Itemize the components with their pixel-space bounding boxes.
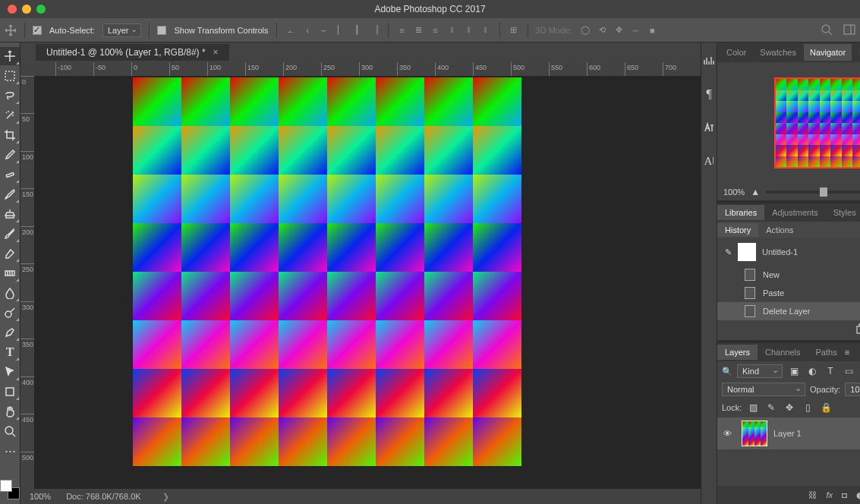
eraser-tool[interactable] (0, 244, 20, 263)
layer-thumbnail[interactable] (742, 421, 767, 446)
canvas[interactable] (34, 76, 701, 489)
tab-histogram[interactable]: Histogram (853, 44, 860, 61)
close-window[interactable] (8, 5, 17, 14)
align-bottom-icon[interactable]: ⫟ (318, 24, 330, 36)
lock-all-icon[interactable]: 🔒 (819, 401, 833, 414)
move-tool-icon[interactable] (5, 24, 17, 36)
tab-paths[interactable]: Paths (808, 345, 845, 360)
navigator-zoom-value[interactable]: 100% (723, 187, 745, 197)
workspace-switcher-icon[interactable] (843, 24, 855, 37)
dist-right-icon[interactable]: ⦀ (480, 24, 492, 36)
color-swatches[interactable] (0, 480, 20, 499)
dist-left-icon[interactable]: ⦀ (446, 24, 458, 36)
layer-style-icon[interactable]: fx (826, 490, 833, 499)
zoom-out-icon[interactable]: ▲ (751, 187, 760, 197)
blend-mode-dropdown[interactable]: Normal (722, 383, 805, 396)
marquee-tool[interactable] (0, 67, 20, 85)
lock-pixels-icon[interactable]: ✎ (764, 401, 778, 414)
zoom-slider[interactable] (766, 191, 860, 194)
hand-tool[interactable] (0, 402, 20, 421)
dist-top-icon[interactable]: ≡ (396, 24, 408, 36)
filter-type-icon[interactable]: T (824, 364, 837, 378)
tab-actions[interactable]: Actions (758, 223, 801, 237)
auto-align-icon[interactable]: ⊞ (508, 24, 520, 36)
opacity-input[interactable]: 100% (845, 383, 860, 396)
status-menu-icon[interactable]: ❯ (162, 492, 169, 502)
status-doc-size[interactable]: Doc: 768.0K/768.0K (66, 492, 140, 501)
pen-tool[interactable] (0, 323, 20, 342)
align-left-icon[interactable]: ▏ (335, 24, 347, 36)
filter-pixel-icon[interactable]: ▣ (787, 364, 801, 378)
create-document-icon[interactable] (855, 323, 860, 337)
document-tab[interactable]: Untitled-1 @ 100% (Layer 1, RGB/8#) * × (36, 44, 229, 61)
ruler-vertical[interactable]: 050100150200250300350400450500 (20, 76, 34, 489)
tab-layers[interactable]: Layers (717, 345, 758, 360)
history-tabs: History Actions (717, 222, 860, 238)
healing-tool[interactable] (0, 165, 20, 184)
move-tool[interactable] (0, 47, 20, 65)
eyedropper-tool[interactable] (0, 146, 20, 164)
auto-select-checkbox[interactable] (33, 26, 42, 35)
dist-vcenter-icon[interactable]: ≣ (413, 24, 425, 36)
paragraph-panel-icon[interactable]: ¶ (701, 87, 717, 102)
history-item[interactable]: New (717, 266, 860, 284)
dist-bottom-icon[interactable]: ≡ (430, 24, 442, 36)
align-top-icon[interactable]: ⫠ (285, 24, 297, 36)
auto-select-target-dropdown[interactable]: Layer (102, 24, 142, 37)
align-right-icon[interactable]: ▕ (368, 24, 380, 36)
filter-shape-icon[interactable]: ▭ (842, 364, 855, 378)
edit-toolbar[interactable]: ⋯ (0, 442, 20, 460)
histogram-panel-icon[interactable] (701, 53, 717, 68)
navigator-thumbnail[interactable] (774, 77, 860, 169)
status-zoom[interactable]: 100% (30, 492, 51, 501)
tab-history[interactable]: History (717, 223, 758, 237)
brush-tool[interactable] (0, 185, 20, 203)
clone-stamp-tool[interactable] (0, 205, 20, 223)
visibility-icon[interactable]: 👁 (723, 429, 736, 438)
dist-hcenter-icon[interactable]: ⦀ (463, 24, 475, 36)
blur-tool[interactable] (0, 284, 20, 302)
history-item[interactable]: Paste (717, 284, 860, 302)
tab-styles[interactable]: Styles (826, 205, 860, 220)
history-brush-source-icon[interactable]: ✎ (725, 247, 732, 257)
layer-name[interactable]: Layer 1 (773, 429, 802, 438)
dodge-tool[interactable] (0, 304, 20, 322)
show-transform-checkbox[interactable] (157, 26, 166, 35)
tab-adjustments[interactable]: Adjustments (764, 205, 826, 220)
align-vcenter-icon[interactable]: ⫞ (301, 24, 313, 36)
maximize-window[interactable] (36, 5, 46, 14)
align-hcenter-icon[interactable]: ┃ (351, 24, 364, 36)
adjustment-layer-icon[interactable]: ◐ (856, 490, 860, 500)
gradient-tool[interactable] (0, 264, 20, 282)
crop-tool[interactable] (0, 126, 20, 144)
tab-libraries[interactable]: Libraries (717, 205, 764, 220)
tab-color[interactable]: Color (720, 44, 752, 61)
tab-swatches[interactable]: Swatches (754, 44, 802, 61)
layer-row[interactable]: 👁 Layer 1 (717, 417, 860, 449)
filter-kind-dropdown[interactable]: Kind (737, 364, 783, 378)
ruler-horizontal[interactable]: -100-50050100150200250300350400450500550… (20, 62, 701, 76)
close-tab-icon[interactable]: × (213, 47, 219, 58)
lasso-tool[interactable] (0, 87, 20, 105)
magic-wand-tool[interactable] (0, 106, 20, 124)
panel-menu-icon[interactable]: ≡ (845, 348, 849, 357)
character-panel-icon[interactable]: A| (701, 153, 717, 169)
path-select-tool[interactable] (0, 363, 20, 381)
type-tool[interactable]: T (0, 343, 20, 361)
history-brush-tool[interactable] (0, 225, 20, 243)
search-icon[interactable] (821, 24, 833, 37)
minimize-window[interactable] (22, 5, 31, 14)
lock-position-icon[interactable]: ✥ (783, 401, 796, 414)
lock-artboard-icon[interactable]: ▯ (801, 401, 814, 414)
zoom-tool[interactable] (0, 422, 20, 440)
tab-channels[interactable]: Channels (758, 345, 808, 360)
link-layers-icon[interactable]: ⛓ (808, 490, 817, 499)
history-item[interactable]: Delete Layer (717, 302, 860, 320)
shape-tool[interactable] (0, 383, 20, 401)
tab-navigator[interactable]: Navigator (804, 44, 852, 61)
history-doc-header[interactable]: ✎ Untitled-1 (717, 238, 860, 266)
glyphs-panel-icon[interactable] (701, 120, 717, 135)
filter-adjust-icon[interactable]: ◐ (805, 364, 819, 378)
layer-mask-icon[interactable]: ◘ (842, 490, 847, 499)
lock-transparency-icon[interactable]: ▨ (746, 401, 760, 414)
